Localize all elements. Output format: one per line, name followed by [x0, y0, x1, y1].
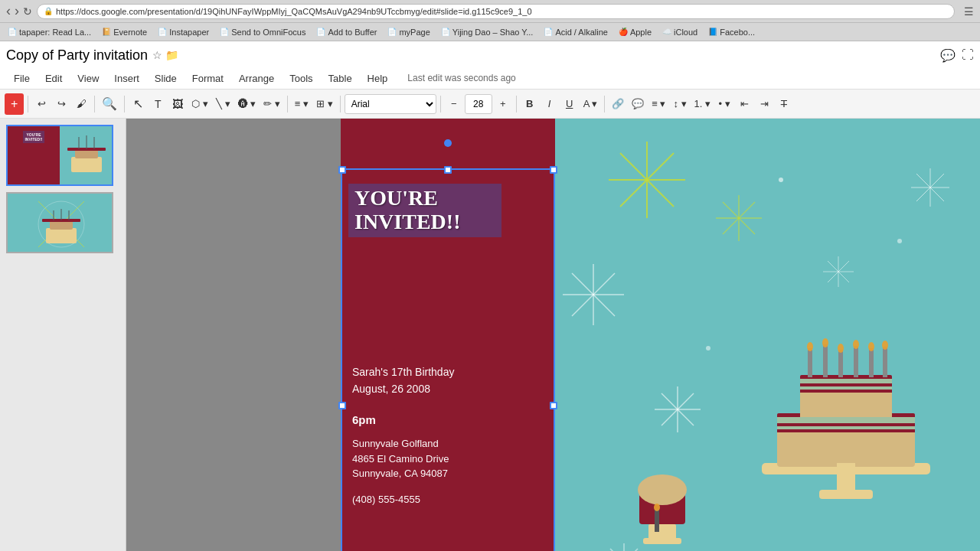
- fill-color-button[interactable]: 🅐 ▾: [235, 93, 260, 115]
- svg-point-88: [638, 474, 687, 505]
- star-icon[interactable]: ☆: [152, 49, 162, 61]
- menu-tools[interactable]: Tools: [282, 70, 320, 87]
- menu-format[interactable]: Format: [185, 70, 231, 87]
- refresh-button[interactable]: ↻: [23, 5, 32, 18]
- link-button[interactable]: 🔗: [609, 93, 627, 115]
- list-ordered-button[interactable]: 1. ▾: [691, 93, 714, 115]
- divider-2: [94, 96, 95, 112]
- menu-insert[interactable]: Insert: [106, 70, 147, 87]
- svg-rect-64: [777, 429, 915, 432]
- handle-middle-left[interactable]: [338, 402, 346, 409]
- clear-format-button[interactable]: T̶: [775, 93, 793, 115]
- handle-top-left[interactable]: [338, 166, 346, 174]
- bookmark-icloud[interactable]: ☁️ iCloud: [658, 26, 702, 38]
- header-right: 💬 ⛶: [940, 48, 974, 63]
- slide-thumb-1[interactable]: YOU'REINVITED!!: [6, 125, 113, 186]
- chat-icon[interactable]: 💬: [940, 48, 956, 63]
- svg-rect-66: [837, 463, 855, 494]
- text-align-button[interactable]: ≡ ▾: [292, 93, 312, 115]
- settings-icon[interactable]: ☰: [964, 5, 974, 18]
- svg-rect-72: [800, 386, 892, 390]
- event-phone: (408) 555-4555: [352, 494, 420, 505]
- svg-point-51: [779, 178, 783, 182]
- bookmark-facebook[interactable]: 📘 Facebo...: [704, 26, 760, 38]
- text-tool[interactable]: T: [149, 93, 167, 115]
- undo-button[interactable]: ↩: [32, 93, 51, 115]
- font-family-select[interactable]: Arial: [345, 94, 436, 114]
- text-format-button[interactable]: ⊞ ▾: [313, 93, 336, 115]
- line-spacing-button[interactable]: ↕ ▾: [670, 93, 689, 115]
- font-size-input[interactable]: 28: [465, 94, 492, 114]
- redo-button[interactable]: ↪: [52, 93, 70, 115]
- divider-3: [124, 96, 125, 112]
- menu-table[interactable]: Table: [321, 70, 360, 87]
- menu-file[interactable]: File: [6, 70, 38, 87]
- italic-button[interactable]: I: [541, 93, 559, 115]
- svg-point-82: [822, 338, 828, 347]
- handle-top-right[interactable]: [550, 166, 557, 174]
- bookmark-acid[interactable]: 📄 Acid / Alkaline: [539, 26, 612, 38]
- bookmark-evernote[interactable]: 📔 Evernote: [97, 26, 152, 38]
- doc-title[interactable]: Copy of Party invitation: [6, 47, 148, 64]
- handle-middle-right[interactable]: [550, 402, 557, 409]
- handle-top-middle[interactable]: [444, 166, 452, 174]
- zoom-button[interactable]: 🔍: [99, 93, 120, 115]
- line-tool[interactable]: ╲ ▾: [213, 93, 234, 115]
- image-tool[interactable]: 🖼: [168, 93, 187, 115]
- menu-slide[interactable]: Slide: [147, 70, 185, 87]
- bookmark-mypage[interactable]: 📄 myPage: [383, 26, 434, 38]
- bookmarks-bar: 📄 tapaper: Read La... 📔 Evernote 📄 Insta…: [0, 23, 980, 41]
- indent-decrease[interactable]: ⇤: [735, 93, 753, 115]
- svg-rect-80: [883, 347, 887, 377]
- menu-edit[interactable]: Edit: [38, 70, 70, 87]
- handle-rotate[interactable]: [444, 139, 452, 147]
- underline-button[interactable]: U: [560, 93, 579, 115]
- indent-increase[interactable]: ⇥: [755, 93, 773, 115]
- line-color-button[interactable]: ✏ ▾: [260, 93, 283, 115]
- menu-help[interactable]: Help: [360, 70, 396, 87]
- svg-rect-11: [46, 228, 77, 243]
- svg-rect-71: [800, 383, 892, 386]
- font-color-button[interactable]: A ▾: [580, 93, 601, 115]
- bold-button[interactable]: B: [521, 93, 539, 115]
- comment-button[interactable]: 💬: [629, 93, 647, 115]
- url-bar[interactable]: 🔒 https://docs.google.com/presentation/d…: [37, 4, 955, 19]
- svg-point-81: [807, 342, 813, 351]
- svg-rect-77: [838, 350, 843, 377]
- font-size-decrease[interactable]: −: [445, 93, 463, 115]
- menu-view[interactable]: View: [70, 70, 106, 87]
- grey-background: [126, 119, 341, 551]
- browser-bar: ‹ › ↻ 🔒 https://docs.google.com/presenta…: [0, 0, 980, 23]
- folder-icon[interactable]: 📁: [165, 49, 178, 61]
- slide-thumb-2[interactable]: [6, 192, 113, 253]
- select-tool[interactable]: ↖: [129, 93, 147, 115]
- bookmark-instapaper[interactable]: 📄 Instapaper: [153, 26, 214, 38]
- font-size-increase[interactable]: +: [494, 93, 512, 115]
- title-icons: ☆ 📁: [152, 49, 178, 61]
- bookmark-buffer[interactable]: 📄 Add to Buffer: [312, 26, 381, 38]
- paint-format-button[interactable]: 🖌: [72, 93, 90, 115]
- forward-button[interactable]: ›: [15, 3, 19, 19]
- svg-rect-91: [655, 509, 659, 532]
- bookmark-tapaper[interactable]: 📄 tapaper: Read La...: [3, 26, 96, 38]
- shape-tool[interactable]: ⬡ ▾: [188, 93, 211, 115]
- menu-arrange[interactable]: Arrange: [231, 70, 282, 87]
- venue-details: Sunnyvale Golfland 4865 El Camino Drive …: [352, 436, 449, 481]
- svg-rect-62: [777, 423, 915, 426]
- svg-point-52: [897, 239, 902, 243]
- svg-rect-61: [777, 417, 915, 423]
- last-edit: Last edit was seconds ago: [407, 73, 515, 83]
- svg-point-83: [838, 344, 844, 353]
- list-unordered-button[interactable]: • ▾: [715, 93, 733, 115]
- bookmark-yijing[interactable]: 📄 Yijing Dao – Shao Y...: [436, 26, 538, 38]
- bookmark-omnifocus[interactable]: 📄 Send to OmniFocus: [215, 26, 310, 38]
- slides-panel: YOU'REINVITED!!: [0, 119, 126, 551]
- expand-icon[interactable]: ⛶: [962, 48, 974, 62]
- divider-7: [516, 96, 517, 112]
- bookmark-apple[interactable]: 🍎 Apple: [614, 26, 656, 38]
- text-align-horiz[interactable]: ≡ ▾: [648, 93, 668, 115]
- new-slide-button[interactable]: +: [5, 93, 24, 115]
- event-details: Sarah's 17th Birthday August, 26 2008: [352, 364, 454, 398]
- lock-icon: 🔒: [44, 7, 53, 15]
- back-button[interactable]: ‹: [6, 3, 11, 19]
